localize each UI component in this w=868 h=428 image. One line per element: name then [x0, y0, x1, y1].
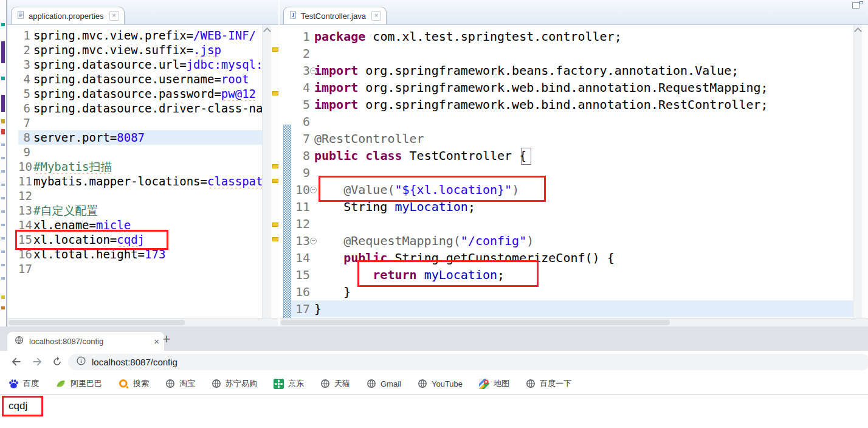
code-line[interactable]: 6spring.datasource.driver-class-name [18, 101, 263, 116]
code-line[interactable]: 8server.port=8087 [18, 130, 263, 145]
bookmark-京东[interactable]: 京东 [274, 378, 304, 389]
code-line[interactable]: 12 [291, 215, 853, 232]
code-line[interactable]: 7 [18, 116, 263, 130]
highlight-box-xl-location [15, 230, 168, 250]
scroll-up-icon[interactable] [263, 27, 271, 35]
code-line[interactable]: 9 [18, 145, 263, 159]
code-line[interactable]: 5import org.springframework.web.bind.ann… [291, 96, 853, 113]
warning-marker[interactable] [272, 237, 278, 241]
bookmark-苏宁易购[interactable]: 苏宁易购 [212, 378, 257, 389]
tab-application-properties[interactable]: application.properties × [11, 7, 125, 24]
jd-flower-icon [274, 379, 284, 389]
line-number: 8 [18, 130, 30, 145]
warning-marker[interactable] [272, 91, 278, 95]
globe-icon [418, 379, 427, 388]
code-line[interactable]: 3spring.datasource.url=jdbc:mysql: [18, 57, 263, 72]
bookmark-百度一下[interactable]: 百度一下 [526, 378, 571, 389]
code-line[interactable]: 7@RestController [291, 130, 853, 147]
code-line[interactable]: 1package com.xl.test.springtest.controll… [291, 28, 853, 45]
line-number: 3 [291, 62, 310, 79]
bookmark-天猫[interactable]: 天猫 [320, 378, 350, 389]
code-line[interactable]: 12 [18, 188, 263, 203]
bookmark-阿里巴巴[interactable]: 阿里巴巴 [55, 378, 102, 389]
code-line[interactable]: 6 [291, 113, 853, 130]
bookmark-淘宝[interactable]: 淘宝 [165, 378, 195, 389]
minimize-editor-icon[interactable] [852, 1, 862, 8]
warning-marker[interactable] [272, 179, 278, 183]
code-line[interactable]: 1spring.mvc.view.prefix=/WEB-INF/ [18, 28, 263, 43]
code-line[interactable]: 4import org.springframework.web.bind.ann… [291, 79, 853, 96]
code-line[interactable]: 10#Mybatis扫描 [18, 159, 263, 174]
bookmark-label: 地图 [494, 378, 509, 389]
code-text: @RestController [314, 130, 424, 147]
line-number: 10 [291, 181, 310, 198]
line-number: 4 [291, 79, 310, 96]
reload-button[interactable] [51, 356, 63, 370]
scroll-thumb[interactable] [9, 320, 185, 325]
bookmark-label: 搜索 [133, 378, 149, 389]
bookmark-地图[interactable]: 地图 [479, 378, 509, 389]
line-number: 2 [18, 43, 30, 57]
code-text: spring.datasource.url=jdbc:mysql: [33, 57, 263, 72]
scroll-up-icon[interactable] [854, 27, 862, 35]
code-line[interactable]: 4spring.datasource.username=root [18, 72, 263, 86]
vertical-scrollbar[interactable] [262, 25, 271, 319]
close-tab-icon[interactable]: × [109, 11, 119, 21]
info-icon[interactable] [76, 356, 86, 368]
line-number: 6 [18, 101, 30, 116]
forward-button[interactable] [30, 355, 44, 371]
line-number: 11 [18, 174, 30, 188]
code-line[interactable]: 17 [18, 261, 263, 276]
code-line[interactable]: 11mybatis.mapper-locations=classpath: [18, 174, 263, 188]
code-line[interactable]: 5spring.datasource.password=pw@12 [18, 86, 263, 101]
bookmarks-bar: 百度阿里巴巴搜索淘宝苏宁易购京东天猫GmailYouTube地图百度一下 [0, 373, 868, 395]
bookmark-label: 淘宝 [179, 378, 195, 389]
globe-icon [526, 379, 536, 388]
code-line[interactable]: 8public class TestController { [291, 147, 853, 164]
browser-tab-localhost[interactable]: localhost:8087/config × [7, 332, 164, 351]
line-number: 11 [291, 198, 310, 215]
bookmark-Gmail[interactable]: Gmail [367, 379, 401, 388]
vertical-scrollbar[interactable] [853, 25, 862, 319]
code-line[interactable]: 13 @RequestMapping("/config") [291, 232, 853, 249]
warning-marker[interactable] [272, 223, 278, 227]
maps-icon [479, 379, 489, 389]
horizontal-scrollbar[interactable] [7, 318, 278, 326]
line-number: 12 [291, 215, 310, 232]
code-text: server.port=8087 [33, 130, 145, 145]
eclipse-ide: application.properties × 1spring.mvc.vie… [0, 0, 868, 326]
url-text[interactable]: localhost:8087/config [92, 357, 177, 367]
globe-icon [165, 379, 175, 388]
warning-marker[interactable] [272, 164, 278, 168]
code-line[interactable]: 3import org.springframework.beans.factor… [291, 62, 853, 79]
properties-editor-body[interactable]: 1spring.mvc.view.prefix=/WEB-INF/2spring… [7, 25, 278, 319]
matching-bracket-box [521, 148, 531, 165]
new-tab-button[interactable]: + [158, 331, 175, 348]
bookmark-label: YouTube [432, 379, 463, 388]
line-number: 17 [291, 300, 310, 317]
tab-label: application.properties [29, 12, 104, 21]
tab-testcontroller-java[interactable]: J TestController.java × [283, 7, 387, 24]
code-line[interactable]: 13#自定义配置 [18, 203, 263, 218]
line-number: 5 [18, 86, 30, 101]
horizontal-scrollbar[interactable] [280, 318, 868, 326]
bookmark-百度[interactable]: 百度 [9, 378, 39, 389]
close-tab-icon[interactable]: × [371, 11, 381, 21]
address-bar[interactable]: localhost:8087/config [68, 354, 868, 370]
orange-ring-icon [119, 379, 129, 389]
highlight-box-value-annotation [319, 176, 546, 202]
bookmark-YouTube[interactable]: YouTube [418, 379, 463, 388]
code-line[interactable]: 2spring.mvc.view.suffix=.jsp [18, 43, 263, 57]
code-line[interactable]: 2 [291, 45, 853, 62]
scroll-thumb[interactable] [281, 320, 670, 325]
bookmark-搜索[interactable]: 搜索 [119, 378, 149, 389]
line-number: 16 [291, 283, 310, 300]
code-text: import org.springframework.web.bind.anno… [314, 79, 768, 96]
back-button[interactable] [10, 355, 23, 371]
response-text: cqdj [4, 400, 27, 412]
code-line[interactable]: 17} [291, 300, 853, 317]
line-number: 7 [18, 116, 30, 130]
editor-tab-bar: J TestController.java × [280, 0, 868, 25]
properties-file-icon [17, 10, 25, 22]
warning-marker[interactable] [272, 47, 278, 52]
